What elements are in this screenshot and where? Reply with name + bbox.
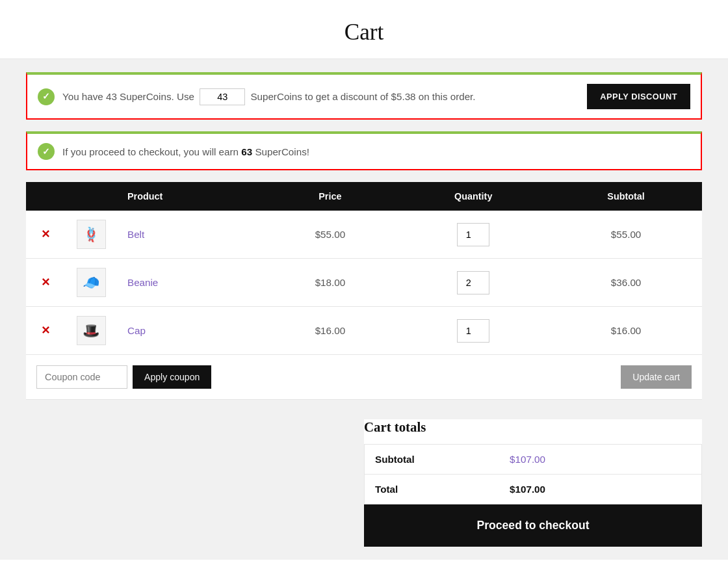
product-link-cap[interactable]: Cap bbox=[127, 325, 146, 336]
image-cell: 🧢 bbox=[65, 259, 117, 307]
price-cell-belt: $55.00 bbox=[263, 211, 396, 259]
product-image-beanie: 🧢 bbox=[77, 268, 106, 297]
remove-cell: ✕ bbox=[26, 211, 65, 259]
cart-totals-section: Cart totals Subtotal $107.00 Total $107.… bbox=[26, 419, 702, 547]
qty-cell-cap bbox=[396, 307, 550, 355]
qty-cell-belt bbox=[396, 211, 550, 259]
cart-table: Product Price Quantity Subtotal ✕ 🪢 bbox=[26, 182, 702, 355]
subtotal-cell-belt: $55.00 bbox=[550, 211, 702, 259]
total-value: $107.00 bbox=[499, 475, 701, 504]
page-header: Cart bbox=[0, 0, 728, 59]
remove-cell: ✕ bbox=[26, 259, 65, 307]
coupon-code-input[interactable] bbox=[36, 365, 127, 389]
earn-suffix: SuperCoins! bbox=[255, 146, 309, 157]
remove-item-icon[interactable]: ✕ bbox=[41, 324, 50, 337]
earn-amount: 63 bbox=[241, 146, 252, 157]
total-label: Total bbox=[365, 475, 500, 504]
col-subtotal: Subtotal bbox=[550, 182, 702, 211]
subtotal-row: Subtotal $107.00 bbox=[365, 445, 702, 475]
page-wrapper: Cart You have 43 SuperCoins. Use SuperCo… bbox=[0, 0, 728, 587]
subtotal-cell-cap: $16.00 bbox=[550, 307, 702, 355]
cart-section: Product Price Quantity Subtotal ✕ 🪢 bbox=[26, 182, 702, 400]
image-cell: 🎩 bbox=[65, 307, 117, 355]
coupon-row: Apply coupon Update cart bbox=[26, 355, 702, 400]
col-remove bbox=[26, 182, 65, 211]
supercoins-quantity-input[interactable] bbox=[200, 88, 245, 105]
table-row: ✕ 🧢 Beanie $18.00 $36.00 bbox=[26, 259, 702, 307]
supercoins-discount-banner: You have 43 SuperCoins. Use SuperCoins t… bbox=[26, 72, 702, 120]
col-product: Product bbox=[117, 182, 263, 211]
subtotal-value: $107.00 bbox=[499, 445, 701, 475]
totals-table: Subtotal $107.00 Total $107.00 bbox=[364, 444, 702, 504]
qty-input-belt[interactable] bbox=[457, 223, 489, 246]
subtotal-label: Subtotal bbox=[365, 445, 500, 475]
product-name-cell: Belt bbox=[117, 211, 263, 259]
subtotal-cell-beanie: $36.00 bbox=[550, 259, 702, 307]
col-quantity: Quantity bbox=[396, 182, 550, 211]
product-link-beanie[interactable]: Beanie bbox=[127, 277, 158, 288]
total-row: Total $107.00 bbox=[365, 475, 702, 504]
product-image-cap: 🎩 bbox=[77, 316, 106, 345]
apply-discount-button[interactable]: APPLY DISCOUNT bbox=[587, 84, 690, 109]
cart-totals-title: Cart totals bbox=[364, 419, 702, 435]
product-image-belt: 🪢 bbox=[77, 220, 106, 249]
qty-cell-beanie bbox=[396, 259, 550, 307]
update-cart-button[interactable]: Update cart bbox=[621, 365, 692, 389]
table-header-row: Product Price Quantity Subtotal bbox=[26, 182, 702, 211]
main-content: You have 43 SuperCoins. Use SuperCoins t… bbox=[0, 59, 728, 560]
product-link-belt[interactable]: Belt bbox=[127, 229, 144, 240]
check-earn-icon bbox=[38, 143, 55, 160]
proceed-to-checkout-button[interactable]: Proceed to checkout bbox=[364, 504, 702, 547]
price-cell-beanie: $18.00 bbox=[263, 259, 396, 307]
product-name-cell: Beanie bbox=[117, 259, 263, 307]
image-cell: 🪢 bbox=[65, 211, 117, 259]
earn-text: If you proceed to checkout, you will ear… bbox=[62, 146, 309, 157]
table-row: ✕ 🪢 Belt $55.00 $55.00 bbox=[26, 211, 702, 259]
qty-input-cap[interactable] bbox=[457, 319, 489, 343]
table-row: ✕ 🎩 Cap $16.00 $16.00 bbox=[26, 307, 702, 355]
check-icon bbox=[38, 88, 55, 105]
product-name-cell: Cap bbox=[117, 307, 263, 355]
earn-prefix: If you proceed to checkout, you will ear… bbox=[62, 146, 239, 157]
supercoins-earn-banner: If you proceed to checkout, you will ear… bbox=[26, 131, 702, 170]
discount-prefix: You have 43 SuperCoins. Use bbox=[62, 91, 194, 102]
apply-coupon-button[interactable]: Apply coupon bbox=[133, 365, 211, 389]
remove-item-icon[interactable]: ✕ bbox=[41, 276, 50, 289]
supercoins-discount-text: You have 43 SuperCoins. Use SuperCoins t… bbox=[62, 88, 579, 105]
col-image bbox=[65, 182, 117, 211]
remove-cell: ✕ bbox=[26, 307, 65, 355]
qty-input-beanie[interactable] bbox=[457, 271, 489, 294]
discount-suffix: SuperCoins to get a discount of $5.38 on… bbox=[250, 91, 475, 102]
coupon-left: Apply coupon bbox=[36, 365, 211, 389]
page-title: Cart bbox=[13, 20, 715, 46]
price-cell-cap: $16.00 bbox=[263, 307, 396, 355]
col-price: Price bbox=[263, 182, 396, 211]
remove-item-icon[interactable]: ✕ bbox=[41, 228, 50, 241]
cart-totals-box: Cart totals Subtotal $107.00 Total $107.… bbox=[364, 419, 702, 547]
